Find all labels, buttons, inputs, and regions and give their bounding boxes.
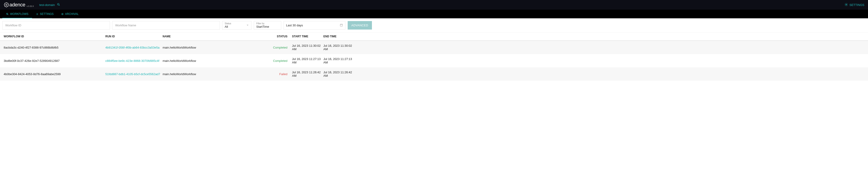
svg-line-14	[7, 14, 8, 15]
col-header-status[interactable]: STATUS	[265, 35, 292, 38]
workflow-id-input[interactable]	[2, 21, 110, 30]
logo-area[interactable]: adence v.3.32.0	[4, 2, 34, 8]
gear-icon	[36, 12, 38, 16]
col-header-end-time[interactable]: END TIME	[323, 35, 355, 38]
logo: adence	[4, 2, 25, 8]
logo-gear-icon	[4, 2, 9, 7]
nav-archival-label: ARCHIVAL	[65, 12, 79, 16]
svg-point-1	[6, 4, 7, 5]
workflow-name-cell: main.helloWorldWorkflow	[163, 46, 265, 49]
settings-label-top: SETTINGS	[849, 3, 864, 7]
col-header-workflow-id[interactable]: WORKFLOW ID	[4, 35, 105, 38]
workflow-id-cell: 4b0be304-8424-4053-8d76-8aa69abe2599	[4, 72, 105, 76]
filterby-select-value: StartTime	[256, 25, 279, 28]
advanced-button[interactable]: ADVANCED	[348, 21, 372, 30]
svg-point-15	[37, 14, 37, 14]
gear-icon	[844, 3, 848, 7]
status-select[interactable]: Status All	[222, 21, 251, 30]
table-body: 8acbda3c-d240-4f27-8388-97c866b8bfb54b91…	[0, 41, 868, 81]
nav-workflows-label: WORKFLOWS	[10, 12, 28, 16]
workflow-name-input[interactable]	[112, 21, 220, 30]
logo-text: adence	[9, 2, 25, 8]
status-select-value: All	[225, 25, 249, 28]
daterange-select[interactable]: Last 30 days	[283, 21, 345, 30]
svg-point-12	[846, 4, 847, 5]
workflow-name-cell: main.helloWorldWorkflow	[163, 72, 265, 76]
nav-archival[interactable]: ARCHIVAL	[57, 10, 82, 18]
workflow-name-cell: main.helloWorldWorkflow	[163, 59, 265, 62]
svg-point-10	[58, 3, 59, 5]
target-icon	[61, 12, 64, 16]
start-time-cell: Jul 16, 2023 11:27:13 AM	[292, 57, 323, 64]
filterby-select[interactable]: Filter by StartTime	[254, 21, 281, 30]
col-header-name[interactable]: NAME	[163, 35, 265, 38]
status-select-label: Status	[225, 22, 249, 25]
col-header-run-id[interactable]: RUN ID	[105, 35, 163, 38]
domain-area: test-domain	[39, 3, 60, 7]
workflow-table: WORKFLOW ID RUN ID NAME STATUS START TIM…	[0, 32, 868, 81]
table-row[interactable]: 8acbda3c-d240-4f27-8388-97c866b8bfb54b91…	[0, 41, 868, 54]
table-row[interactable]: 4b0be304-8424-4053-8d76-8aa69abe259951fd…	[0, 67, 868, 81]
table-row[interactable]: 3bd8e00f-0c37-426e-92e7-528904912687c884…	[0, 54, 868, 67]
filter-bar: Status All Filter by StartTime Last 30 d…	[0, 18, 868, 32]
filterby-select-label: Filter by	[256, 22, 279, 25]
run-id-link[interactable]: 51fdd887-bdb1-4105-b5cf-dc5ce5562ad7	[105, 72, 163, 76]
calendar-icon	[340, 24, 343, 27]
start-time-cell: Jul 16, 2023 11:26:42 AM	[292, 70, 323, 78]
chevron-down-icon	[246, 24, 249, 27]
run-id-link[interactable]: 4b91341f-056f-4f0b-ab64-83bcc3a53e5a	[105, 46, 163, 49]
status-badge: Completed	[265, 59, 292, 62]
version-label: v.3.32.0	[27, 5, 34, 8]
table-header: WORKFLOW ID RUN ID NAME STATUS START TIM…	[0, 32, 868, 41]
top-header: adence v.3.32.0 test-domain SETTINGS	[0, 0, 868, 10]
workflow-id-cell: 8acbda3c-d240-4f27-8388-97c866b8bfb5	[4, 46, 105, 49]
svg-rect-18	[340, 24, 342, 26]
status-badge: Failed	[265, 72, 292, 76]
end-time-cell: Jul 16, 2023 11:26:42 AM	[323, 70, 355, 78]
svg-line-11	[59, 5, 60, 5]
nav-settings[interactable]: SETTINGS	[32, 10, 57, 18]
search-icon	[6, 12, 9, 16]
nav-workflows[interactable]: WORKFLOWS	[2, 10, 32, 18]
settings-link-top[interactable]: SETTINGS	[844, 3, 864, 7]
start-time-cell: Jul 16, 2023 11:30:02 AM	[292, 44, 323, 51]
run-id-link[interactable]: c884f5ee-be9c-423e-8868-3070fd985c4f	[105, 59, 163, 62]
col-header-start-time[interactable]: START TIME	[292, 35, 323, 38]
status-badge: Completed	[265, 46, 292, 49]
daterange-value: Last 30 days	[286, 24, 343, 27]
search-icon[interactable]	[57, 3, 60, 7]
nav-bar: WORKFLOWS SETTINGS ARCHIVAL	[0, 10, 868, 18]
end-time-cell: Jul 16, 2023 11:27:13 AM	[323, 57, 355, 64]
svg-point-17	[62, 14, 63, 14]
domain-name[interactable]: test-domain	[39, 3, 55, 7]
workflow-id-cell: 3bd8e00f-0c37-426e-92e7-528904912687	[4, 59, 105, 62]
end-time-cell: Jul 16, 2023 11:30:02 AM	[323, 44, 355, 51]
nav-settings-label: SETTINGS	[40, 12, 54, 16]
svg-point-13	[6, 13, 8, 14]
